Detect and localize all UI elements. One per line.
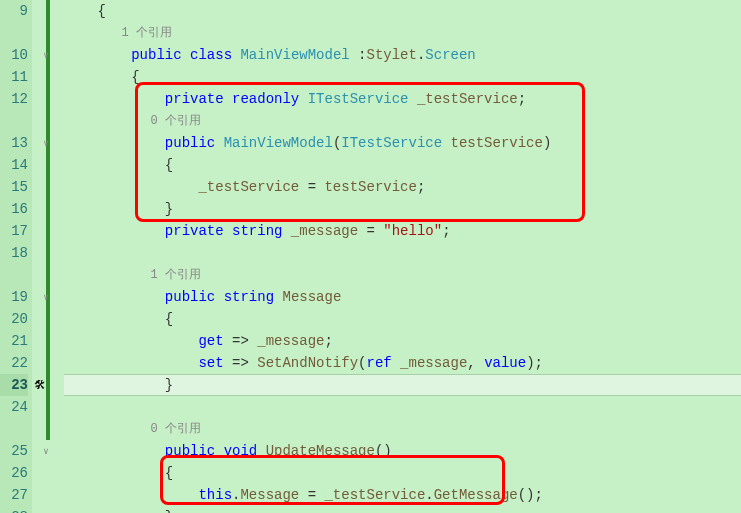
code-line[interactable]: public class MainViewModel :Stylet.Scree…	[64, 44, 741, 66]
line-number: 25	[0, 440, 28, 462]
line-number: 24	[0, 396, 28, 418]
codelens-gap	[0, 264, 28, 286]
lightbulb-icon[interactable]: 🛠	[34, 378, 46, 393]
codelens[interactable]: 0 个引用	[64, 418, 741, 440]
fold-toggle[interactable]: ∨	[43, 446, 48, 457]
code-line[interactable]: public MainViewModel(ITestService testSe…	[64, 132, 741, 154]
codelens[interactable]: 0 个引用	[64, 110, 741, 132]
line-number: 9	[0, 0, 28, 22]
code-line[interactable]: get => _message;	[64, 330, 741, 352]
codelens-gap	[0, 110, 28, 132]
line-number: 13	[0, 132, 28, 154]
code-line-current[interactable]: }	[64, 374, 741, 396]
line-number: 27	[0, 484, 28, 506]
line-number: 22	[0, 352, 28, 374]
line-number: 16	[0, 198, 28, 220]
line-number-current: 23	[0, 374, 28, 396]
code-line[interactable]	[64, 396, 741, 418]
code-line[interactable]: {	[64, 0, 741, 22]
line-number: 10	[0, 44, 28, 66]
code-line[interactable]: }	[64, 506, 741, 513]
line-number: 21	[0, 330, 28, 352]
code-line[interactable]: private string _message = "hello";	[64, 220, 741, 242]
code-editor: 9 10 11 12 13 14 15 16 17 18 19 20 21 22…	[0, 0, 741, 513]
line-number: 12	[0, 88, 28, 110]
codelens[interactable]: 1 个引用	[64, 264, 741, 286]
code-line[interactable]: this.Message = _testService.GetMessage()…	[64, 484, 741, 506]
code-line[interactable]: public void UpdateMessage()	[64, 440, 741, 462]
line-number: 28	[0, 506, 28, 513]
code-line[interactable]: public string Message	[64, 286, 741, 308]
code-line[interactable]: set => SetAndNotify(ref _message, value)…	[64, 352, 741, 374]
line-number: 17	[0, 220, 28, 242]
codelens-gap	[0, 22, 28, 44]
fold-toggle[interactable]: ∨	[43, 138, 48, 149]
line-number: 19	[0, 286, 28, 308]
codelens[interactable]: 1 个引用	[64, 22, 741, 44]
code-line[interactable]: _testService = testService;	[64, 176, 741, 198]
code-line[interactable]: {	[64, 154, 741, 176]
code-line[interactable]: private readonly ITestService _testServi…	[64, 88, 741, 110]
line-number: 11	[0, 66, 28, 88]
fold-toggle[interactable]: ∨	[43, 50, 48, 61]
line-number: 14	[0, 154, 28, 176]
code-line[interactable]: {	[64, 66, 741, 88]
line-number: 15	[0, 176, 28, 198]
line-number-gutter: 9 10 11 12 13 14 15 16 17 18 19 20 21 22…	[0, 0, 32, 513]
code-line[interactable]: }	[64, 198, 741, 220]
line-number: 20	[0, 308, 28, 330]
fold-toggle[interactable]: ∨	[43, 292, 48, 303]
codelens-gap	[0, 418, 28, 440]
code-line[interactable]: {	[64, 462, 741, 484]
line-number: 26	[0, 462, 28, 484]
code-area[interactable]: { 1 个引用 public class MainViewModel :Styl…	[60, 0, 741, 513]
code-line[interactable]	[64, 242, 741, 264]
code-line[interactable]: {	[64, 308, 741, 330]
editor-margin: ∨ ∨ ∨ 🛠 ∨	[32, 0, 60, 513]
line-number: 18	[0, 242, 28, 264]
